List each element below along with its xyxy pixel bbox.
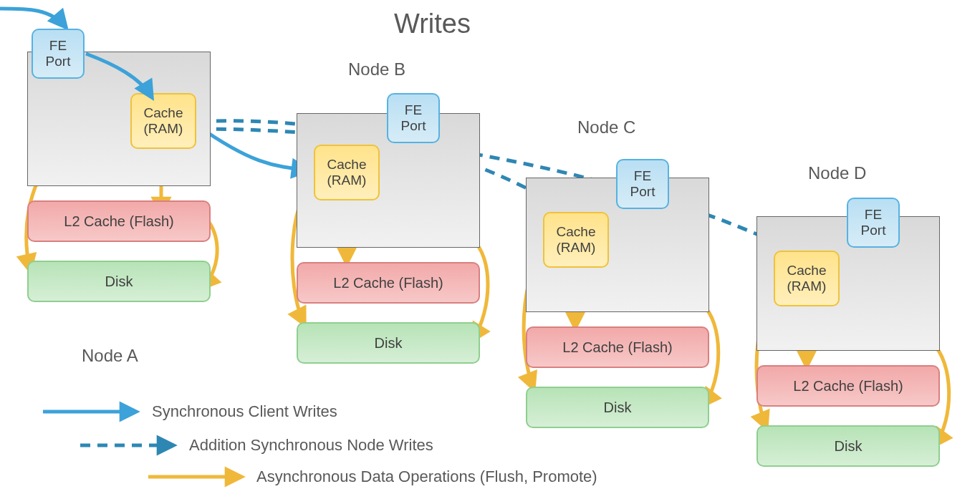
node-a-fe-label: FE Port <box>46 38 71 69</box>
node-d-fe-label: FE Port <box>861 207 886 238</box>
node-d-cache: Cache (RAM) <box>774 251 840 306</box>
node-a-l2-label: L2 Cache (Flash) <box>64 213 173 230</box>
node-a-cache: Cache (RAM) <box>130 93 196 149</box>
node-c-fe-label: FE Port <box>630 168 655 200</box>
diagram-title: Writes <box>394 9 471 39</box>
node-d-label: Node D <box>808 163 866 183</box>
node-a-disk: Disk <box>27 261 211 302</box>
node-d-l2-label: L2 Cache (Flash) <box>793 378 903 394</box>
node-b-l2-label: L2 Cache (Flash) <box>333 275 443 291</box>
node-b-disk: Disk <box>297 322 480 364</box>
node-c-l2: L2 Cache (Flash) <box>526 326 709 368</box>
node-b-label: Node B <box>348 59 405 79</box>
node-c-cache: Cache (RAM) <box>543 212 609 268</box>
node-c-l2-label: L2 Cache (Flash) <box>562 339 672 356</box>
node-b-fe-port: FE Port <box>387 93 440 143</box>
node-d-fe-port: FE Port <box>847 198 900 248</box>
node-d-disk-label: Disk <box>835 438 863 455</box>
node-c-disk: Disk <box>526 387 709 428</box>
node-c-label: Node C <box>577 117 635 137</box>
node-a-l2: L2 Cache (Flash) <box>27 200 211 242</box>
node-a-fe-port: FE Port <box>32 29 85 79</box>
node-a-cache-label: Cache (RAM) <box>144 105 183 137</box>
node-b-l2: L2 Cache (Flash) <box>297 262 480 304</box>
node-d-l2: L2 Cache (Flash) <box>756 365 940 407</box>
legend-async-data: Asynchronous Data Operations (Flush, Pro… <box>256 468 597 486</box>
node-b-cache: Cache (RAM) <box>314 145 380 200</box>
node-b-cache-label: Cache (RAM) <box>327 157 367 188</box>
legend-sync: Synchronous Client Writes <box>152 402 337 421</box>
node-b-disk-label: Disk <box>375 335 403 352</box>
node-c-disk-label: Disk <box>604 399 632 416</box>
node-a-label: Node A <box>82 346 138 366</box>
legend-async-node: Addition Synchronous Node Writes <box>189 436 433 455</box>
node-c-fe-port: FE Port <box>616 159 669 209</box>
node-d-cache-label: Cache (RAM) <box>787 263 827 294</box>
node-a-disk-label: Disk <box>105 273 133 290</box>
node-c-cache-label: Cache (RAM) <box>557 224 596 256</box>
node-b-fe-label: FE Port <box>401 102 426 134</box>
node-d-disk: Disk <box>756 425 940 467</box>
